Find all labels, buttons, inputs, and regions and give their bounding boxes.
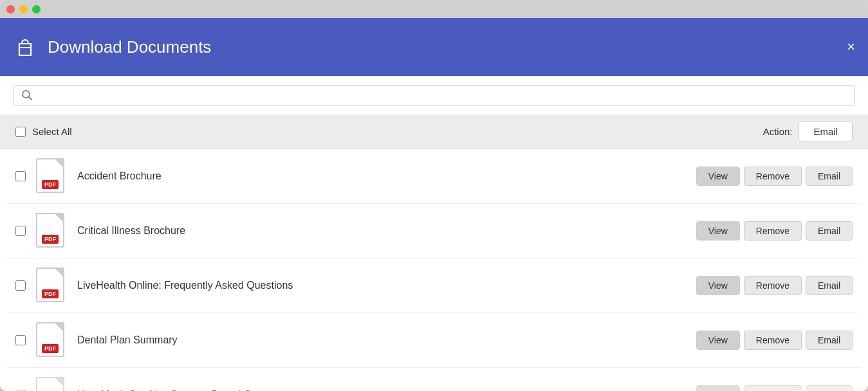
pdf-file-body: PDF xyxy=(36,213,64,248)
select-all-label: Select All xyxy=(32,126,72,137)
doc-checkbox-1[interactable] xyxy=(15,171,26,181)
maximize-window-button[interactable] xyxy=(32,5,41,14)
pdf-badge-4: PDF xyxy=(42,344,59,353)
action-label: Action: xyxy=(763,126,793,137)
pdf-icon-1: PDF xyxy=(36,158,67,194)
remove-button-4[interactable]: Remove xyxy=(744,331,802,350)
document-item: PDF Accident Brochure View Remove Email xyxy=(6,149,862,204)
svg-line-2 xyxy=(29,97,32,100)
doc-checkbox-2[interactable] xyxy=(15,226,26,236)
view-button-5[interactable]: View xyxy=(696,385,740,391)
pdf-icon-5: PDF xyxy=(36,377,67,391)
email-button-1[interactable]: Email xyxy=(806,167,853,186)
main-window: Download Documents × Select All Action: … xyxy=(0,0,868,391)
pdf-file-body: PDF xyxy=(36,158,64,193)
doc-name-4: Dental Plan Summary xyxy=(77,334,686,346)
document-item: PDF Dental Plan Summary View Remove Emai… xyxy=(6,313,862,368)
email-button-4[interactable]: Email xyxy=(806,331,853,350)
select-all-left: Select All xyxy=(15,126,72,137)
pdf-badge-1: PDF xyxy=(42,180,59,189)
pdf-icon-2: PDF xyxy=(36,213,67,249)
search-wrapper xyxy=(13,85,855,105)
doc-name-1: Accident Brochure xyxy=(77,170,686,182)
search-icon xyxy=(21,89,33,101)
view-button-1[interactable]: View xyxy=(696,167,740,186)
email-button-5[interactable]: Email xyxy=(806,385,853,391)
bag-icon xyxy=(13,35,37,59)
search-input[interactable] xyxy=(38,90,847,101)
doc-actions-3: View Remove Email xyxy=(696,276,853,295)
remove-button-3[interactable]: Remove xyxy=(744,276,802,295)
view-button-3[interactable]: View xyxy=(696,276,740,295)
view-button-4[interactable]: View xyxy=(696,331,740,350)
dialog-header: Download Documents × xyxy=(0,18,868,76)
select-all-bar: Select All Action: Email xyxy=(0,114,868,149)
header-left: Download Documents xyxy=(13,35,211,59)
pdf-icon-4: PDF xyxy=(36,322,67,358)
email-action-button[interactable]: Email xyxy=(799,121,853,142)
close-window-button[interactable] xyxy=(6,5,15,14)
search-section xyxy=(0,76,868,114)
pdf-badge-3: PDF xyxy=(42,289,59,298)
pdf-file-body: PDF xyxy=(36,268,64,302)
dialog-close-button[interactable]: × xyxy=(847,40,855,54)
doc-actions-1: View Remove Email xyxy=(696,167,853,186)
doc-actions-4: View Remove Email xyxy=(696,331,853,350)
select-all-checkbox[interactable] xyxy=(15,127,26,137)
action-area: Action: Email xyxy=(763,121,853,142)
view-button-2[interactable]: View xyxy=(696,221,740,241)
doc-name-2: Critical Illness Brochure xyxy=(77,225,686,237)
remove-button-5[interactable]: Remove xyxy=(744,385,802,391)
doc-checkbox-3[interactable] xyxy=(15,280,26,291)
pdf-badge-2: PDF xyxy=(42,235,59,244)
remove-button-2[interactable]: Remove xyxy=(744,221,802,241)
email-button-3[interactable]: Email xyxy=(806,276,853,295)
remove-button-1[interactable]: Remove xyxy=(744,167,802,186)
doc-checkbox-4[interactable] xyxy=(15,335,26,345)
email-button-2[interactable]: Email xyxy=(806,221,853,241)
pdf-file-body: PDF xyxy=(36,377,64,391)
minimize-window-button[interactable] xyxy=(19,5,28,14)
dialog-title: Download Documents xyxy=(48,37,211,57)
document-item: PDF Critical Illness Brochure View Remov… xyxy=(6,204,862,259)
pdf-icon-3: PDF xyxy=(36,268,67,304)
document-list: PDF Accident Brochure View Remove Email … xyxy=(0,149,868,391)
titlebar xyxy=(0,0,868,18)
doc-name-3: LiveHealth Online: Frequently Asked Ques… xyxy=(77,280,686,291)
doc-actions-5: View Remove Email xyxy=(696,385,853,391)
doc-actions-2: View Remove Email xyxy=(696,221,853,241)
document-item: PDF How Much Can You Save on Dental Cost… xyxy=(6,368,862,391)
document-item: PDF LiveHealth Online: Frequently Asked … xyxy=(6,259,862,313)
pdf-file-body: PDF xyxy=(36,322,64,357)
